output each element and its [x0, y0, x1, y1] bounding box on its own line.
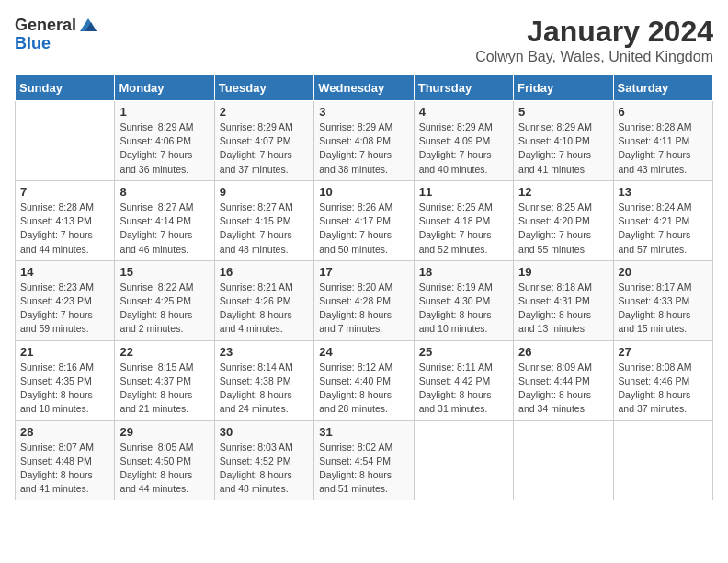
day-number: 10 — [319, 185, 408, 199]
calendar-cell: 12Sunrise: 8:25 AMSunset: 4:20 PMDayligh… — [514, 180, 613, 260]
calendar-cell: 5Sunrise: 8:29 AMSunset: 4:10 PMDaylight… — [514, 101, 613, 181]
day-info: Sunrise: 8:03 AMSunset: 4:52 PMDaylight:… — [220, 441, 309, 497]
calendar-cell: 14Sunrise: 8:23 AMSunset: 4:23 PMDayligh… — [16, 260, 115, 340]
calendar-cell: 23Sunrise: 8:14 AMSunset: 4:38 PMDayligh… — [214, 340, 313, 420]
col-header-tuesday: Tuesday — [214, 75, 313, 101]
day-info: Sunrise: 8:14 AMSunset: 4:38 PMDaylight:… — [220, 361, 309, 417]
logo: General Blue — [15, 15, 98, 52]
day-number: 2 — [220, 105, 309, 119]
calendar-header-row: SundayMondayTuesdayWednesdayThursdayFrid… — [16, 75, 713, 101]
day-number: 5 — [518, 105, 608, 119]
calendar-cell: 24Sunrise: 8:12 AMSunset: 4:40 PMDayligh… — [314, 340, 414, 420]
day-number: 15 — [119, 265, 209, 279]
calendar-cell: 25Sunrise: 8:11 AMSunset: 4:42 PMDayligh… — [414, 340, 513, 420]
day-info: Sunrise: 8:08 AMSunset: 4:46 PMDaylight:… — [619, 361, 708, 417]
day-info: Sunrise: 8:29 AMSunset: 4:09 PMDaylight:… — [419, 121, 508, 177]
day-info: Sunrise: 8:25 AMSunset: 4:20 PMDaylight:… — [518, 201, 608, 257]
calendar-cell: 15Sunrise: 8:22 AMSunset: 4:25 PMDayligh… — [115, 260, 214, 340]
day-info: Sunrise: 8:27 AMSunset: 4:15 PMDaylight:… — [220, 201, 309, 257]
day-number: 25 — [419, 345, 508, 359]
day-number: 29 — [119, 425, 209, 439]
day-info: Sunrise: 8:16 AMSunset: 4:35 PMDaylight:… — [20, 361, 109, 417]
calendar-cell: 10Sunrise: 8:26 AMSunset: 4:17 PMDayligh… — [314, 180, 414, 260]
day-info: Sunrise: 8:05 AMSunset: 4:50 PMDaylight:… — [119, 441, 209, 497]
day-info: Sunrise: 8:15 AMSunset: 4:37 PMDaylight:… — [119, 361, 209, 417]
day-number: 4 — [419, 105, 508, 119]
day-number: 1 — [119, 105, 209, 119]
calendar-cell: 8Sunrise: 8:27 AMSunset: 4:14 PMDaylight… — [115, 180, 214, 260]
day-number: 16 — [220, 265, 309, 279]
day-number: 30 — [220, 425, 309, 439]
calendar-cell: 16Sunrise: 8:21 AMSunset: 4:26 PMDayligh… — [214, 260, 313, 340]
day-info: Sunrise: 8:29 AMSunset: 4:10 PMDaylight:… — [518, 121, 608, 177]
calendar-cell: 17Sunrise: 8:20 AMSunset: 4:28 PMDayligh… — [314, 260, 414, 340]
day-info: Sunrise: 8:20 AMSunset: 4:28 PMDaylight:… — [319, 281, 408, 337]
day-info: Sunrise: 8:07 AMSunset: 4:48 PMDaylight:… — [20, 441, 109, 497]
col-header-monday: Monday — [115, 75, 214, 101]
calendar-cell: 30Sunrise: 8:03 AMSunset: 4:52 PMDayligh… — [214, 420, 313, 500]
day-number: 9 — [220, 185, 309, 199]
calendar-cell: 9Sunrise: 8:27 AMSunset: 4:15 PMDaylight… — [214, 180, 313, 260]
calendar-cell: 22Sunrise: 8:15 AMSunset: 4:37 PMDayligh… — [115, 340, 214, 420]
day-number: 21 — [20, 345, 109, 359]
logo-blue: Blue — [15, 34, 51, 52]
col-header-friday: Friday — [514, 75, 613, 101]
main-title: January 2024 — [475, 15, 713, 49]
calendar-cell: 4Sunrise: 8:29 AMSunset: 4:09 PMDaylight… — [414, 101, 513, 181]
calendar-cell: 6Sunrise: 8:28 AMSunset: 4:11 PMDaylight… — [613, 101, 712, 181]
logo-general: General — [15, 17, 76, 33]
calendar-cell: 3Sunrise: 8:29 AMSunset: 4:08 PMDaylight… — [314, 101, 414, 181]
calendar-cell: 31Sunrise: 8:02 AMSunset: 4:54 PMDayligh… — [314, 420, 414, 500]
day-number: 7 — [20, 185, 109, 199]
calendar-week-row: 21Sunrise: 8:16 AMSunset: 4:35 PMDayligh… — [16, 340, 713, 420]
day-number: 11 — [419, 185, 508, 199]
day-info: Sunrise: 8:28 AMSunset: 4:11 PMDaylight:… — [619, 121, 708, 177]
day-info: Sunrise: 8:25 AMSunset: 4:18 PMDaylight:… — [419, 201, 508, 257]
logo-icon — [78, 15, 98, 35]
day-number: 14 — [20, 265, 109, 279]
col-header-thursday: Thursday — [414, 75, 513, 101]
calendar-cell: 28Sunrise: 8:07 AMSunset: 4:48 PMDayligh… — [16, 420, 115, 500]
day-number: 24 — [319, 345, 408, 359]
day-number: 6 — [619, 105, 708, 119]
day-number: 23 — [220, 345, 309, 359]
day-number: 26 — [518, 345, 608, 359]
col-header-wednesday: Wednesday — [314, 75, 414, 101]
day-info: Sunrise: 8:09 AMSunset: 4:44 PMDaylight:… — [518, 361, 608, 417]
calendar-cell: 29Sunrise: 8:05 AMSunset: 4:50 PMDayligh… — [115, 420, 214, 500]
calendar-cell: 13Sunrise: 8:24 AMSunset: 4:21 PMDayligh… — [613, 180, 712, 260]
day-info: Sunrise: 8:11 AMSunset: 4:42 PMDaylight:… — [419, 361, 508, 417]
calendar: SundayMondayTuesdayWednesdayThursdayFrid… — [15, 75, 713, 500]
day-number: 3 — [319, 105, 408, 119]
day-number: 8 — [119, 185, 209, 199]
day-number: 13 — [619, 185, 708, 199]
day-info: Sunrise: 8:17 AMSunset: 4:33 PMDaylight:… — [619, 281, 708, 337]
calendar-cell: 7Sunrise: 8:28 AMSunset: 4:13 PMDaylight… — [16, 180, 115, 260]
day-number: 31 — [319, 425, 408, 439]
day-info: Sunrise: 8:27 AMSunset: 4:14 PMDaylight:… — [119, 201, 209, 257]
day-info: Sunrise: 8:23 AMSunset: 4:23 PMDaylight:… — [20, 281, 109, 337]
col-header-sunday: Sunday — [16, 75, 115, 101]
calendar-week-row: 28Sunrise: 8:07 AMSunset: 4:48 PMDayligh… — [16, 420, 713, 500]
day-number: 12 — [518, 185, 608, 199]
day-number: 22 — [119, 345, 209, 359]
calendar-cell: 1Sunrise: 8:29 AMSunset: 4:06 PMDaylight… — [115, 101, 214, 181]
day-info: Sunrise: 8:02 AMSunset: 4:54 PMDaylight:… — [319, 441, 408, 497]
day-info: Sunrise: 8:18 AMSunset: 4:31 PMDaylight:… — [518, 281, 608, 337]
day-info: Sunrise: 8:28 AMSunset: 4:13 PMDaylight:… — [20, 201, 109, 257]
calendar-cell: 21Sunrise: 8:16 AMSunset: 4:35 PMDayligh… — [16, 340, 115, 420]
day-info: Sunrise: 8:22 AMSunset: 4:25 PMDaylight:… — [119, 281, 209, 337]
day-info: Sunrise: 8:29 AMSunset: 4:06 PMDaylight:… — [119, 121, 209, 177]
day-info: Sunrise: 8:21 AMSunset: 4:26 PMDaylight:… — [220, 281, 309, 337]
calendar-cell — [514, 420, 613, 500]
calendar-cell — [16, 101, 115, 181]
day-number: 18 — [419, 265, 508, 279]
calendar-cell: 26Sunrise: 8:09 AMSunset: 4:44 PMDayligh… — [514, 340, 613, 420]
day-info: Sunrise: 8:29 AMSunset: 4:08 PMDaylight:… — [319, 121, 408, 177]
calendar-cell: 20Sunrise: 8:17 AMSunset: 4:33 PMDayligh… — [613, 260, 712, 340]
day-number: 27 — [619, 345, 708, 359]
day-number: 19 — [518, 265, 608, 279]
calendar-cell: 27Sunrise: 8:08 AMSunset: 4:46 PMDayligh… — [613, 340, 712, 420]
day-number: 20 — [619, 265, 708, 279]
calendar-cell: 11Sunrise: 8:25 AMSunset: 4:18 PMDayligh… — [414, 180, 513, 260]
